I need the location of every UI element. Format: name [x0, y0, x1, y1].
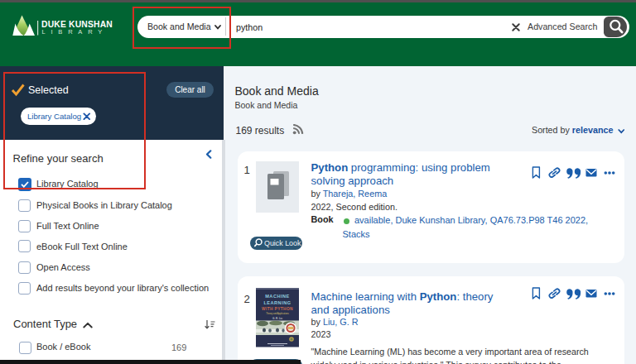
svg-text:G. R. Liu: G. R. Liu	[272, 317, 282, 320]
svg-text:LEARNING: LEARNING	[263, 300, 291, 305]
svg-text:MACHINE: MACHINE	[265, 294, 290, 299]
svg-text:DUKE KUNSHAN: DUKE KUNSHAN	[41, 20, 113, 29]
svg-text:WITH PYTHON: WITH PYTHON	[262, 307, 293, 311]
svg-text:Theory and Applications: Theory and Applications	[266, 312, 289, 315]
svg-text:LIBRARY: LIBRARY	[42, 28, 108, 36]
